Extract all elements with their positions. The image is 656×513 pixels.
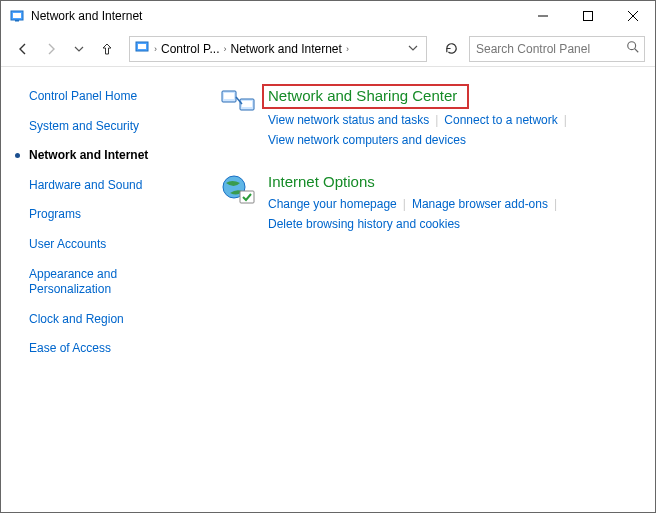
- back-button[interactable]: [11, 37, 35, 61]
- toolbar: › Control P... › Network and Internet ›: [1, 31, 655, 67]
- sidebar: Control Panel Home System and Security N…: [1, 67, 206, 512]
- sidebar-item-ease-of-access[interactable]: Ease of Access: [29, 341, 192, 357]
- refresh-button[interactable]: [437, 36, 465, 62]
- sidebar-item-system-security[interactable]: System and Security: [29, 119, 192, 135]
- forward-button[interactable]: [39, 37, 63, 61]
- svg-rect-17: [240, 191, 254, 203]
- category-network-sharing: Network and Sharing Center View network …: [220, 87, 641, 151]
- task-connect-network[interactable]: Connect to a network: [444, 113, 557, 127]
- window-title: Network and Internet: [31, 9, 520, 23]
- svg-rect-4: [583, 12, 592, 21]
- chevron-right-icon[interactable]: ›: [221, 44, 228, 54]
- chevron-right-icon[interactable]: ›: [152, 44, 159, 54]
- sidebar-item-programs[interactable]: Programs: [29, 207, 192, 223]
- separator: |: [558, 113, 573, 127]
- address-dropdown[interactable]: [404, 43, 422, 55]
- minimize-button[interactable]: [520, 1, 565, 31]
- breadcrumb-item[interactable]: Network and Internet: [230, 42, 341, 56]
- sidebar-item-user-accounts[interactable]: User Accounts: [29, 237, 192, 253]
- task-view-network-status[interactable]: View network status and tasks: [268, 113, 429, 127]
- close-button[interactable]: [610, 1, 655, 31]
- separator: |: [397, 197, 412, 211]
- sidebar-item-network-internet[interactable]: Network and Internet: [29, 148, 192, 164]
- task-view-network-computers[interactable]: View network computers and devices: [268, 133, 466, 147]
- search-box[interactable]: [469, 36, 645, 62]
- up-button[interactable]: [95, 37, 119, 61]
- separator: |: [429, 113, 444, 127]
- task-manage-addons[interactable]: Manage browser add-ons: [412, 197, 548, 211]
- svg-rect-8: [138, 44, 146, 49]
- task-delete-history[interactable]: Delete browsing history and cookies: [268, 217, 460, 231]
- sidebar-item-appearance[interactable]: Appearance and Personalization: [29, 267, 192, 298]
- task-change-homepage[interactable]: Change your homepage: [268, 197, 397, 211]
- maximize-button[interactable]: [565, 1, 610, 31]
- separator: |: [548, 197, 563, 211]
- titlebar: Network and Internet: [1, 1, 655, 31]
- search-input[interactable]: [476, 42, 626, 56]
- category-title-network-sharing[interactable]: Network and Sharing Center: [262, 84, 469, 109]
- content: Network and Sharing Center View network …: [206, 67, 655, 512]
- recent-dropdown[interactable]: [67, 37, 91, 61]
- search-icon[interactable]: [626, 40, 640, 57]
- svg-line-10: [635, 49, 639, 53]
- sidebar-item-hardware-sound[interactable]: Hardware and Sound: [29, 178, 192, 194]
- category-title-internet-options[interactable]: Internet Options: [268, 173, 375, 190]
- chevron-right-icon[interactable]: ›: [344, 44, 351, 54]
- svg-rect-12: [224, 93, 234, 99]
- breadcrumb-item[interactable]: Control P...: [161, 42, 219, 56]
- svg-point-9: [628, 42, 636, 50]
- address-icon: [134, 39, 150, 58]
- svg-rect-1: [13, 13, 21, 18]
- svg-rect-14: [242, 101, 252, 107]
- body: Control Panel Home System and Security N…: [1, 67, 655, 512]
- window-buttons: [520, 1, 655, 31]
- sidebar-item-home[interactable]: Control Panel Home: [29, 89, 192, 105]
- sidebar-item-clock-region[interactable]: Clock and Region: [29, 312, 192, 328]
- svg-rect-2: [15, 20, 19, 22]
- app-icon: [9, 8, 25, 24]
- internet-options-icon: [220, 173, 258, 207]
- address-bar[interactable]: › Control P... › Network and Internet ›: [129, 36, 427, 62]
- network-sharing-icon: [220, 87, 258, 121]
- category-internet-options: Internet Options Change your homepage|Ma…: [220, 173, 641, 235]
